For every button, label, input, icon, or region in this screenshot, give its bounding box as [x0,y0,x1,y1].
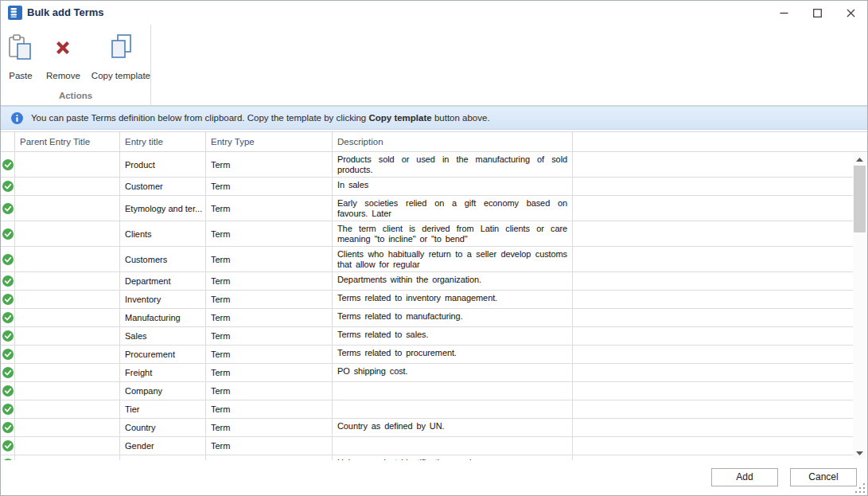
header-description[interactable]: Description [333,132,573,151]
header-parent-entry[interactable]: Parent Entry Title [15,132,120,151]
table-row[interactable]: ProcurementTermTerms related to procurem… [1,346,853,364]
entry-title-cell[interactable]: Department [120,272,206,290]
header-entry-type[interactable]: Entry Type [206,132,333,151]
minimize-button[interactable] [767,1,800,25]
entry-title-cell[interactable]: Gender [120,437,206,455]
parent-entry-cell[interactable] [15,437,120,455]
cancel-button[interactable]: Cancel [790,468,857,486]
table-row[interactable]: CompanyTerm [1,382,853,400]
description-cell[interactable]: Products sold or used in the manufacturi… [333,152,573,177]
table-row[interactable]: CountryTermCountry as defined by UN. [1,419,853,437]
entry-title-cell[interactable]: Procurement [120,346,206,363]
table-row[interactable]: Etymology and ter...TermEarly societies … [1,196,853,221]
parent-entry-cell[interactable] [15,221,120,246]
entry-type-cell[interactable]: Term [206,291,333,308]
entry-type-cell[interactable]: Term [206,221,333,246]
remove-button[interactable]: Remove [41,26,86,84]
entry-type-cell[interactable]: Term [206,400,333,418]
entry-type-cell[interactable]: Term [206,178,333,195]
parent-entry-cell[interactable] [15,346,120,363]
parent-entry-cell[interactable] [15,419,120,436]
check-icon [2,349,14,360]
entry-type-cell[interactable]: Term [206,152,333,177]
entry-title-cell[interactable]: Inventory [120,291,206,308]
description-cell[interactable]: Terms related to inventory management. [333,291,573,308]
table-row[interactable]: ClientsTermThe term client is derived fr… [1,221,853,247]
grid-body: ProductTermProducts sold or used in the … [1,152,853,460]
parent-entry-cell[interactable] [15,272,120,290]
entry-type-cell[interactable]: Term [206,327,333,345]
maximize-button[interactable] [800,1,834,25]
description-cell[interactable]: In sales [333,178,573,195]
info-message: You can paste Terms definition below fro… [31,113,490,123]
entry-title-cell[interactable]: Country [120,419,206,436]
description-cell[interactable]: Clients who habitually return to a selle… [333,247,573,271]
table-row[interactable]: DepartmentTermDepartments within the org… [1,272,853,291]
parent-entry-cell[interactable] [15,196,120,221]
description-cell[interactable]: Terms related to procurement. [333,346,573,363]
resize-grip-icon[interactable] [855,483,866,494]
entry-type-cell[interactable]: Term [206,247,333,271]
parent-entry-cell[interactable] [15,291,120,308]
header-entry-title[interactable]: Entry title [120,132,206,151]
row-status-cell [1,152,15,177]
entry-title-cell[interactable]: Clients [120,221,206,246]
close-icon [847,9,855,18]
close-button[interactable] [834,1,867,25]
entry-title-cell[interactable]: Freight [120,364,206,381]
table-row[interactable]: ManufacturingTermTerms related to manufa… [1,309,853,327]
entry-type-cell[interactable]: Term [206,346,333,363]
scroll-down-icon [856,451,863,455]
entry-title-cell[interactable]: Etymology and ter... [120,196,206,221]
table-row[interactable]: TierTerm [1,400,853,419]
parent-entry-cell[interactable] [15,309,120,326]
parent-entry-cell[interactable] [15,178,120,195]
table-row[interactable]: ProductTermProducts sold or used in the … [1,152,853,178]
description-cell[interactable]: PO shipping cost. [333,364,573,381]
description-cell[interactable]: Departments within the organization. [333,272,573,290]
scroll-down-button[interactable] [853,447,866,459]
entry-type-cell[interactable]: Term [206,364,333,381]
parent-entry-cell[interactable] [15,382,120,400]
entry-type-cell[interactable]: Term [206,419,333,436]
parent-entry-cell[interactable] [15,247,120,271]
parent-entry-cell[interactable] [15,152,120,177]
entry-type-cell[interactable]: Term [206,309,333,326]
description-cell[interactable]: Early societies relied on a gift economy… [333,196,573,221]
description-cell[interactable] [333,437,573,455]
description-cell[interactable]: Terms related to sales. [333,327,573,345]
entry-title-cell[interactable]: Manufacturing [120,309,206,326]
parent-entry-cell[interactable] [15,400,120,418]
table-row[interactable]: FreightTermPO shipping cost. [1,364,853,382]
description-cell[interactable]: Terms related to manufacturing. [333,309,573,326]
table-row[interactable]: CustomerTermIn sales [1,178,853,196]
check-icon [2,422,14,433]
scrollbar-thumb[interactable] [854,166,866,232]
entry-type-cell[interactable]: Term [206,382,333,400]
entry-type-cell[interactable]: Term [206,272,333,290]
vertical-scrollbar[interactable] [853,153,866,459]
parent-entry-cell[interactable] [15,327,120,345]
entry-title-cell[interactable]: Company [120,382,206,400]
entry-title-cell[interactable]: Tier [120,400,206,418]
description-cell[interactable]: Country as defined by UN. [333,419,573,436]
entry-type-cell[interactable]: Term [206,437,333,455]
description-cell[interactable] [333,382,573,400]
parent-entry-cell[interactable] [15,364,120,381]
entry-title-cell[interactable]: Sales [120,327,206,345]
entry-title-cell[interactable]: Customer [120,178,206,195]
scroll-up-button[interactable] [853,153,866,166]
description-cell[interactable] [333,400,573,418]
table-row[interactable]: GenderTerm [1,437,853,455]
entry-type-cell[interactable]: Term [206,196,333,221]
table-row[interactable]: InventoryTermTerms related to inventory … [1,291,853,309]
entry-title-cell[interactable]: Product [120,152,206,177]
copy-template-button[interactable]: Copy template [86,26,156,84]
table-row[interactable]: CustomersTermClients who habitually retu… [1,247,853,272]
entry-title-cell[interactable]: Customers [120,247,206,271]
check-icon [2,367,14,378]
description-cell[interactable]: The term client is derived from Latin cl… [333,221,573,246]
add-button[interactable]: Add [711,468,778,486]
table-row[interactable]: SalesTermTerms related to sales. [1,327,853,346]
paste-button[interactable]: Paste [1,26,41,84]
